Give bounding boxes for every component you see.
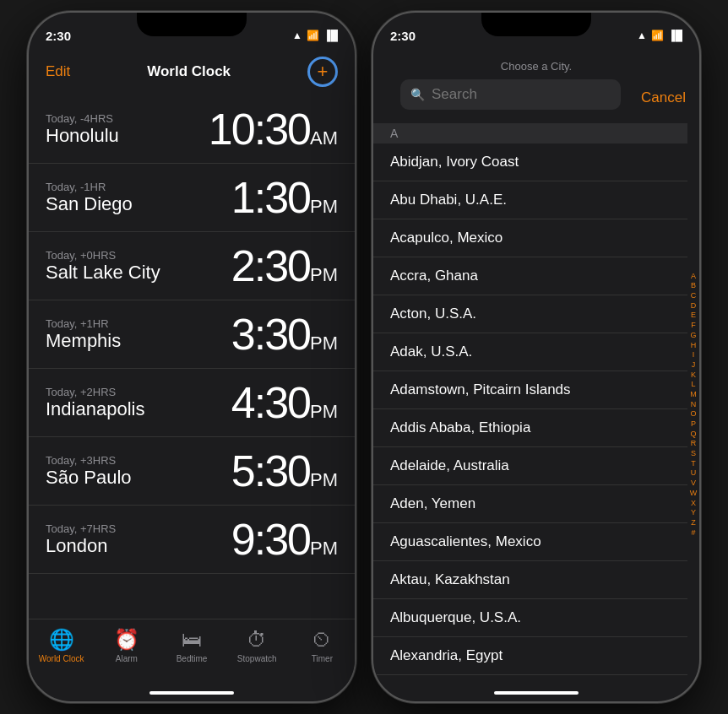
clock-city: Memphis bbox=[46, 330, 121, 352]
city-item[interactable]: Aguascalientes, Mexico bbox=[373, 523, 687, 561]
clock-ampm: PM bbox=[310, 538, 338, 559]
city-name: Addis Ababa, Ethiopia bbox=[390, 419, 530, 436]
tab-bedtime[interactable]: 🛏 Bedtime bbox=[159, 628, 224, 663]
alpha-R[interactable]: R bbox=[691, 439, 697, 449]
wifi-icon-2: 📶 bbox=[651, 30, 664, 41]
clock-city: São Paulo bbox=[46, 467, 132, 489]
alpha-B[interactable]: B bbox=[691, 281, 696, 291]
city-item[interactable]: Algiers, Algeria bbox=[373, 675, 687, 686]
tab-world-clock[interactable]: 🌐 World Clock bbox=[29, 628, 94, 663]
clock-item: Today, -4HRS Honolulu 10:30AM bbox=[29, 95, 355, 164]
alpha-C[interactable]: C bbox=[691, 291, 697, 301]
city-name: Algiers, Algeria bbox=[390, 685, 486, 686]
alpha-I[interactable]: I bbox=[693, 350, 695, 360]
choose-city-screen: Choose a City. 🔍 Cancel AAbidjan, Ivory … bbox=[373, 50, 699, 701]
phone-choose-city: 2:30 ▲ 📶 ▐█ Choose a City. 🔍 Cancel AAbi… bbox=[372, 11, 701, 703]
clock-item: Today, +0HRS Salt Lake City 2:30PM bbox=[29, 232, 355, 300]
notch bbox=[137, 13, 247, 36]
city-name: Abu Dhabi, U.A.E. bbox=[390, 192, 507, 208]
edit-button[interactable]: Edit bbox=[46, 63, 70, 80]
city-name: Aden, Yemen bbox=[390, 495, 475, 512]
stopwatch-label: Stopwatch bbox=[237, 654, 277, 663]
tab-timer[interactable]: ⏲ Timer bbox=[290, 628, 355, 663]
city-item[interactable]: Abidjan, Ivory Coast bbox=[373, 143, 687, 181]
alpha-L[interactable]: L bbox=[691, 380, 695, 390]
alpha-Q[interactable]: Q bbox=[690, 430, 696, 440]
city-item[interactable]: Adelaide, Australia bbox=[373, 447, 687, 485]
alpha-H[interactable]: H bbox=[691, 341, 697, 351]
plus-icon: + bbox=[318, 61, 329, 83]
choose-city-header: Choose a City. bbox=[373, 50, 699, 79]
tab-alarm[interactable]: ⏰ Alarm bbox=[94, 628, 159, 663]
alpha-index[interactable]: ABCDEFGHIJKLMNOPQRSTUVWXYZ# bbox=[687, 123, 699, 686]
alpha-Z[interactable]: Z bbox=[691, 518, 696, 528]
alpha-G[interactable]: G bbox=[690, 331, 696, 341]
city-item[interactable]: Aktau, Kazakhstan bbox=[373, 561, 687, 599]
clock-time: 2:30PM bbox=[231, 241, 338, 291]
alpha-#[interactable]: # bbox=[691, 528, 695, 538]
alpha-X[interactable]: X bbox=[691, 499, 696, 509]
clock-time: 9:30PM bbox=[231, 514, 338, 565]
alpha-S[interactable]: S bbox=[691, 449, 696, 459]
alpha-F[interactable]: F bbox=[691, 321, 696, 331]
clock-offset: Today, -1HR bbox=[46, 181, 133, 193]
clock-ampm: PM bbox=[310, 264, 338, 285]
clock-item: Today, +3HRS São Paulo 5:30PM bbox=[29, 437, 355, 506]
alpha-N[interactable]: N bbox=[691, 400, 697, 410]
clock-time: 4:30PM bbox=[231, 377, 338, 428]
alpha-M[interactable]: M bbox=[690, 390, 697, 400]
city-item[interactable]: Albuquerque, U.S.A. bbox=[373, 599, 687, 637]
tab-stopwatch[interactable]: ⏱ Stopwatch bbox=[225, 628, 290, 663]
city-name: Albuquerque, U.S.A. bbox=[390, 609, 521, 626]
alpha-P[interactable]: P bbox=[691, 419, 696, 430]
clock-item-left: Today, +3HRS São Paulo bbox=[46, 454, 132, 489]
clock-ampm: AM bbox=[310, 127, 338, 149]
city-item[interactable]: Abu Dhabi, U.A.E. bbox=[373, 181, 687, 219]
clock-offset: Today, +0HRS bbox=[46, 249, 160, 262]
world-clock-icon: 🌐 bbox=[49, 628, 74, 652]
city-item[interactable]: Accra, Ghana bbox=[373, 257, 687, 295]
clock-time: 5:30PM bbox=[231, 446, 338, 496]
alpha-O[interactable]: O bbox=[690, 409, 696, 419]
city-name: Acapulco, Mexico bbox=[390, 230, 503, 246]
clock-city: Honolulu bbox=[46, 125, 119, 147]
city-item[interactable]: Aden, Yemen bbox=[373, 485, 687, 523]
tab-bar: 🌐 World Clock ⏰ Alarm 🛏 Bedtime ⏱ Stopwa… bbox=[29, 619, 355, 686]
alpha-V[interactable]: V bbox=[691, 479, 696, 489]
city-item[interactable]: Acapulco, Mexico bbox=[373, 219, 687, 257]
city-item[interactable]: Alexandria, Egypt bbox=[373, 637, 687, 675]
city-name: Adelaide, Australia bbox=[390, 457, 509, 474]
alpha-T[interactable]: T bbox=[691, 459, 696, 469]
search-bar[interactable]: 🔍 bbox=[400, 79, 621, 110]
city-name: Accra, Ghana bbox=[390, 268, 478, 284]
search-input[interactable] bbox=[432, 86, 611, 103]
clock-offset: Today, +2HRS bbox=[46, 386, 144, 398]
alpha-A[interactable]: A bbox=[691, 272, 696, 282]
alpha-E[interactable]: E bbox=[691, 311, 696, 321]
city-name: Acton, U.S.A. bbox=[390, 306, 476, 322]
alpha-W[interactable]: W bbox=[690, 489, 698, 499]
add-clock-button[interactable]: + bbox=[307, 57, 338, 87]
city-item[interactable]: Addis Ababa, Ethiopia bbox=[373, 409, 687, 447]
status-time-1: 2:30 bbox=[46, 29, 71, 43]
city-item[interactable]: Adak, U.S.A. bbox=[373, 333, 687, 371]
clock-time: 3:30PM bbox=[231, 309, 338, 360]
alpha-U[interactable]: U bbox=[691, 468, 697, 479]
city-item[interactable]: Acton, U.S.A. bbox=[373, 295, 687, 333]
alpha-Y[interactable]: Y bbox=[691, 508, 696, 518]
city-item[interactable]: Adamstown, Pitcairn Islands bbox=[373, 371, 687, 409]
city-name: Alexandria, Egypt bbox=[390, 647, 503, 664]
clock-ampm: PM bbox=[310, 196, 338, 217]
city-list-container: AAbidjan, Ivory CoastAbu Dhabi, U.A.E.Ac… bbox=[373, 123, 699, 686]
alpha-J[interactable]: J bbox=[692, 360, 696, 371]
clock-ampm: PM bbox=[310, 333, 338, 354]
alpha-D[interactable]: D bbox=[691, 301, 697, 311]
cancel-button[interactable]: Cancel bbox=[641, 89, 686, 106]
battery-icon: ▐█ bbox=[323, 30, 338, 41]
clock-ampm: PM bbox=[310, 469, 338, 490]
wifi-icon: 📶 bbox=[307, 30, 319, 41]
status-icons-1: ▲ 📶 ▐█ bbox=[292, 30, 338, 41]
city-name: Adamstown, Pitcairn Islands bbox=[390, 381, 571, 398]
alarm-label: Alarm bbox=[116, 654, 138, 663]
alpha-K[interactable]: K bbox=[691, 371, 696, 381]
